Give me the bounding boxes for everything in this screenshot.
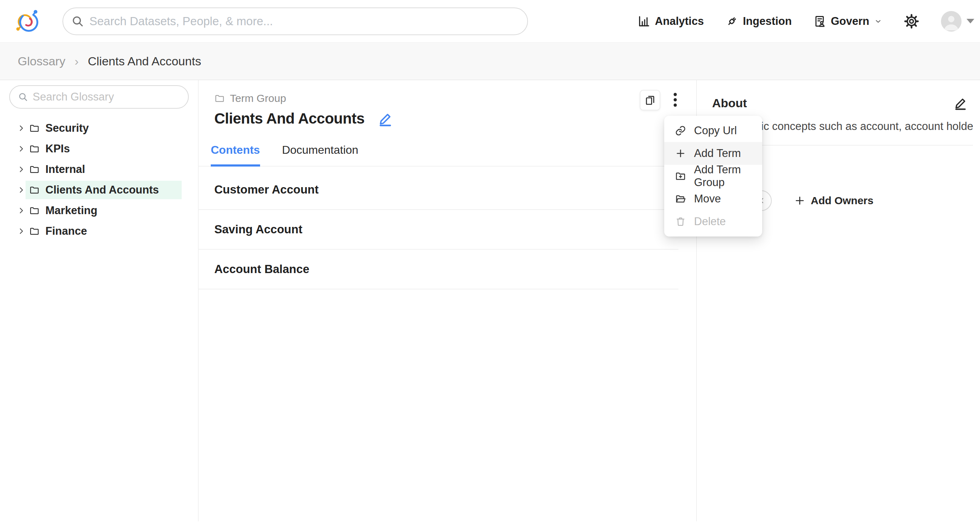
- tree-item-clients-and-accounts[interactable]: Clients And Accounts: [0, 180, 198, 200]
- nav-govern[interactable]: Govern: [813, 14, 882, 28]
- folder-icon: [214, 93, 225, 104]
- glossary-tree: Security KPIs: [0, 118, 198, 241]
- contents-list: Customer Account Saving Account Account …: [199, 170, 678, 289]
- tree-item-marketing[interactable]: Marketing: [0, 200, 198, 221]
- tree-item-label: Internal: [45, 163, 85, 176]
- trash-icon: [675, 216, 686, 227]
- settings-gear-button[interactable]: [904, 13, 920, 29]
- tree-item-label: Marketing: [45, 204, 97, 217]
- copy-icon: [644, 94, 656, 106]
- tree-item-label: Finance: [45, 225, 87, 238]
- tab-documentation[interactable]: Documentation: [282, 144, 358, 166]
- more-options-button[interactable]: [667, 90, 683, 110]
- add-owners-button[interactable]: Add Owners: [794, 195, 873, 207]
- chevron-right-icon[interactable]: [17, 165, 25, 174]
- list-item[interactable]: Saving Account: [199, 210, 678, 250]
- folder-icon: [29, 205, 40, 216]
- breadcrumb: Glossary › Clients And Accounts: [0, 43, 980, 80]
- link-icon: [675, 125, 686, 136]
- chevron-right-icon[interactable]: [17, 145, 25, 153]
- menu-item-add-term[interactable]: Add Term: [664, 142, 762, 165]
- folder-icon: [29, 226, 40, 236]
- folder-open-icon: [675, 193, 686, 204]
- datahub-logo[interactable]: [13, 6, 40, 37]
- tree-item-label: KPIs: [45, 142, 70, 155]
- entity-type-label: Term Group: [230, 92, 286, 104]
- plus-icon: [675, 148, 686, 159]
- main-tabs: Contents Documentation: [199, 144, 696, 166]
- avatar: [941, 11, 962, 32]
- menu-item-label: Move: [694, 192, 721, 205]
- folder-icon: [29, 164, 40, 175]
- govern-doc-icon: [813, 14, 826, 28]
- list-item[interactable]: Account Balance: [199, 250, 678, 289]
- plus-icon: [794, 195, 806, 207]
- edit-title-icon[interactable]: [377, 110, 394, 127]
- chevron-down-icon: [874, 18, 882, 25]
- term-name: Account Balance: [214, 262, 309, 276]
- tree-item-kpis[interactable]: KPIs: [0, 139, 198, 159]
- folder-icon: [29, 144, 40, 154]
- glossary-sidebar: Security KPIs: [0, 80, 199, 521]
- nav-analytics[interactable]: Analytics: [637, 14, 704, 28]
- main-actions: [640, 90, 683, 110]
- menu-item-delete: Delete: [664, 210, 762, 233]
- copy-button[interactable]: [640, 90, 660, 110]
- list-item[interactable]: Customer Account: [199, 170, 678, 210]
- edit-about-icon[interactable]: [953, 95, 969, 111]
- search-icon: [18, 92, 29, 102]
- top-nav-links: Analytics Ingestion: [637, 11, 974, 32]
- datahub-glossary-page: Analytics Ingestion: [0, 0, 980, 522]
- term-name: Customer Account: [214, 183, 319, 196]
- tree-item-internal[interactable]: Internal: [0, 159, 198, 180]
- top-nav: Analytics Ingestion: [0, 0, 980, 43]
- plug-icon: [725, 14, 739, 28]
- tree-item-label: Security: [45, 122, 89, 134]
- about-heading: About: [712, 96, 747, 110]
- search-icon: [71, 14, 84, 28]
- menu-item-label: Add Term: [694, 147, 741, 160]
- context-menu: Copy Url Add Term Add Term Group: [664, 116, 762, 236]
- chevron-right-icon[interactable]: [17, 206, 25, 215]
- tree-item-label: Clients And Accounts: [45, 184, 159, 196]
- glossary-search-input[interactable]: [33, 88, 188, 106]
- global-search-input[interactable]: [89, 11, 527, 32]
- term-name: Saving Account: [214, 223, 302, 236]
- menu-item-label: Delete: [694, 215, 726, 228]
- nav-govern-label: Govern: [830, 15, 869, 28]
- folder-icon: [29, 123, 40, 134]
- add-owners-label: Add Owners: [811, 195, 873, 207]
- tab-contents[interactable]: Contents: [211, 144, 260, 166]
- folder-icon: [29, 185, 40, 195]
- glossary-search: [9, 85, 189, 109]
- breadcrumb-separator: ›: [75, 54, 78, 68]
- nav-ingestion[interactable]: Ingestion: [725, 14, 792, 28]
- tree-item-security[interactable]: Security: [0, 118, 198, 139]
- menu-item-label: Add Term Group: [694, 163, 762, 189]
- nav-ingestion-label: Ingestion: [743, 15, 792, 28]
- chevron-right-icon[interactable]: [17, 124, 25, 132]
- menu-item-label: Copy Url: [694, 124, 737, 137]
- global-search: [62, 8, 528, 35]
- menu-item-add-term-group[interactable]: Add Term Group: [664, 165, 762, 187]
- breadcrumb-current: Clients And Accounts: [88, 54, 201, 68]
- nav-analytics-label: Analytics: [655, 15, 704, 28]
- page-title: Clients And Accounts: [214, 110, 364, 127]
- menu-item-move[interactable]: Move: [664, 187, 762, 210]
- bar-chart-icon: [637, 14, 651, 28]
- folder-plus-icon: [675, 171, 686, 182]
- vertical-dots-icon: [668, 91, 682, 109]
- term-group-main: Term Group Clients And Accounts: [199, 80, 696, 521]
- gear-icon: [904, 13, 920, 29]
- tree-item-finance[interactable]: Finance: [0, 221, 198, 241]
- caret-down-icon: [967, 19, 974, 24]
- breadcrumb-glossary[interactable]: Glossary: [18, 54, 65, 68]
- menu-item-copy-url[interactable]: Copy Url: [664, 119, 762, 142]
- user-menu[interactable]: [941, 11, 974, 32]
- entity-type: Term Group: [214, 92, 696, 104]
- about-description: ic concepts such as account, account hol…: [761, 120, 973, 133]
- chevron-right-icon[interactable]: [17, 227, 25, 235]
- chevron-right-icon[interactable]: [17, 186, 25, 194]
